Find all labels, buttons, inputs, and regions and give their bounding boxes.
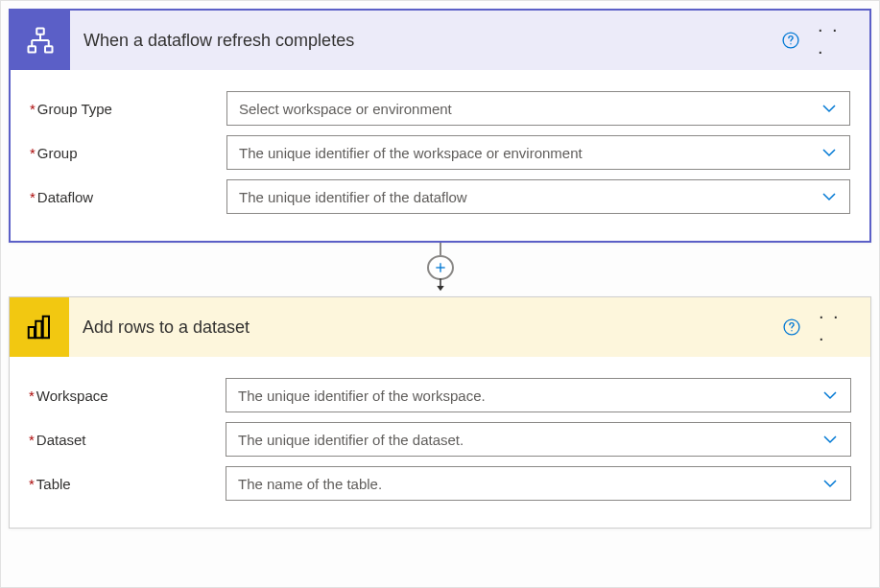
arrow-down-icon: [432, 278, 449, 296]
field-label: *Group Type: [30, 101, 217, 117]
dropdown-placeholder: The unique identifier of the dataflow: [239, 189, 467, 205]
svg-rect-2: [45, 46, 53, 52]
form-row: *Workspace The unique identifier of the …: [29, 378, 851, 412]
svg-rect-0: [36, 29, 44, 35]
dropdown-placeholder: The name of the table.: [238, 476, 382, 492]
field-label: *Workspace: [29, 388, 216, 404]
form-row: *Dataflow The unique identifier of the d…: [30, 179, 850, 214]
form-row: *Group Type Select workspace or environm…: [30, 91, 850, 126]
field-label: *Table: [29, 476, 216, 492]
trigger-card: When a dataflow refresh completes · · · …: [9, 9, 871, 243]
svg-point-11: [791, 330, 792, 331]
action-card: Add rows to a dataset · · · *Workspace T…: [9, 296, 871, 529]
chevron-down-icon: [821, 188, 838, 205]
svg-rect-9: [43, 317, 49, 339]
dropdown-placeholder: The unique identifier of the workspace o…: [239, 145, 583, 161]
chevron-down-icon: [821, 387, 839, 404]
field-label: *Group: [30, 145, 217, 161]
svg-rect-8: [36, 321, 41, 339]
action-title: Add rows to a dataset: [83, 318, 765, 338]
form-row: *Table The name of the table.: [29, 466, 851, 501]
chevron-down-icon: [821, 144, 838, 161]
chevron-down-icon: [821, 475, 839, 492]
action-body: *Workspace The unique identifier of the …: [10, 357, 870, 528]
group-dropdown[interactable]: The unique identifier of the workspace o…: [226, 135, 850, 170]
dropdown-placeholder: The unique identifier of the dataset.: [238, 432, 464, 448]
form-row: *Group The unique identifier of the work…: [30, 135, 850, 170]
powerbi-icon: [10, 297, 69, 357]
svg-rect-1: [29, 46, 36, 52]
trigger-header[interactable]: When a dataflow refresh completes · · ·: [11, 11, 869, 70]
dataflow-dropdown[interactable]: The unique identifier of the dataflow: [226, 179, 850, 214]
dropdown-placeholder: The unique identifier of the workspace.: [238, 388, 486, 404]
dataset-dropdown[interactable]: The unique identifier of the dataset.: [226, 422, 851, 457]
svg-point-4: [790, 43, 791, 44]
table-dropdown[interactable]: The name of the table.: [226, 466, 851, 501]
dataflow-icon: [11, 11, 70, 70]
trigger-title: When a dataflow refresh completes: [83, 31, 764, 51]
trigger-body: *Group Type Select workspace or environm…: [11, 70, 869, 241]
help-icon[interactable]: [777, 27, 804, 54]
field-label: *Dataset: [29, 432, 216, 448]
more-icon[interactable]: · · ·: [818, 27, 852, 54]
chevron-down-icon: [821, 100, 838, 117]
chevron-down-icon: [821, 431, 839, 448]
group-type-dropdown[interactable]: Select workspace or environment: [226, 91, 850, 126]
help-icon[interactable]: [778, 314, 805, 341]
more-icon[interactable]: · · ·: [819, 314, 853, 341]
field-label: *Dataflow: [30, 189, 217, 205]
connector: [9, 243, 871, 296]
workspace-dropdown[interactable]: The unique identifier of the workspace.: [226, 378, 851, 412]
svg-rect-7: [29, 327, 35, 338]
add-step-button[interactable]: [427, 255, 454, 280]
action-header[interactable]: Add rows to a dataset · · ·: [10, 297, 870, 357]
connector-line: [440, 243, 441, 255]
dropdown-placeholder: Select workspace or environment: [239, 101, 452, 117]
form-row: *Dataset The unique identifier of the da…: [29, 422, 851, 457]
